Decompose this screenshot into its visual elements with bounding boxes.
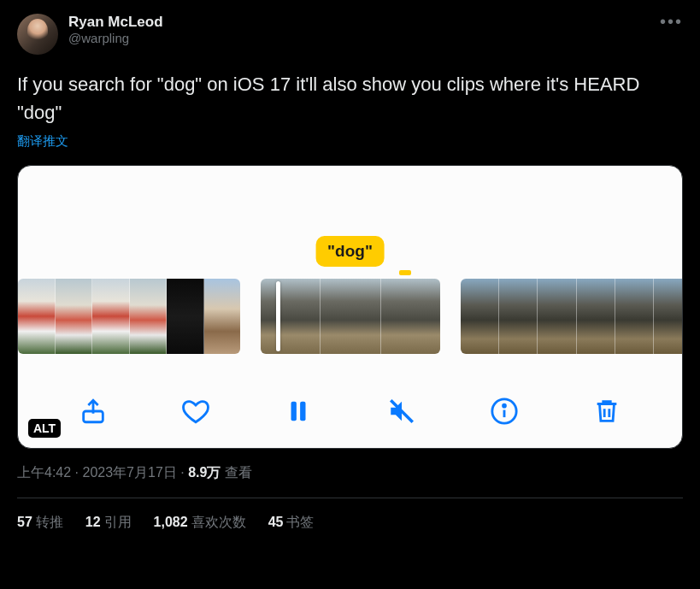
svg-point-6 [503, 404, 505, 407]
mute-icon[interactable] [387, 397, 416, 426]
clip-frame [461, 279, 499, 354]
user-handle[interactable]: @warpling [68, 31, 683, 45]
clip-frame [130, 279, 168, 354]
more-options-icon[interactable]: ••• [660, 12, 683, 32]
display-name[interactable]: Ryan McLeod [68, 14, 683, 31]
clip-frame [499, 279, 538, 354]
clip-frame [261, 279, 321, 354]
clip-group[interactable] [461, 279, 682, 354]
quotes-stat[interactable]: 12引用 [85, 514, 132, 532]
clip-frame [18, 279, 56, 354]
tweet-text: If you search for "dog" on iOS 17 it'll … [17, 70, 683, 127]
avatar[interactable] [17, 14, 58, 55]
translate-link[interactable]: 翻译推文 [17, 133, 68, 150]
clip-frame [321, 279, 380, 354]
clip-group-active[interactable] [261, 279, 440, 354]
media-toolbar [18, 374, 682, 448]
clip-frame [56, 279, 93, 354]
alt-badge[interactable]: ALT [28, 419, 61, 438]
user-info: Ryan McLeod @warpling [68, 14, 683, 45]
clip-frame [381, 279, 440, 354]
trash-icon[interactable] [592, 397, 621, 426]
search-term-label: "dog" [315, 236, 385, 267]
clip-frame [654, 279, 682, 354]
clip-frame [92, 279, 130, 354]
svg-rect-2 [301, 402, 306, 421]
media-attachment[interactable]: "dog" [17, 165, 683, 449]
playhead-indicator[interactable] [276, 281, 280, 351]
tweet-container: Ryan McLeod @warpling ••• If you search … [0, 0, 700, 532]
clip-frame [615, 279, 654, 354]
clip-frame [167, 279, 204, 354]
retweets-stat[interactable]: 57转推 [17, 514, 63, 532]
tweet-header: Ryan McLeod @warpling ••• [17, 14, 683, 55]
clip-frame [204, 279, 241, 354]
views-label: 查看 [221, 465, 251, 480]
label-tick [399, 270, 411, 275]
clip-group[interactable] [18, 279, 240, 354]
info-icon[interactable] [490, 397, 519, 426]
divider [17, 498, 683, 498]
video-clip-timeline [18, 279, 682, 354]
svg-rect-1 [291, 402, 297, 421]
pause-icon[interactable] [284, 397, 313, 426]
tweet-date[interactable]: 2023年7月17日 [82, 465, 176, 480]
clip-frame [538, 279, 576, 354]
likes-stat[interactable]: 1,082喜欢次数 [154, 514, 246, 532]
bookmarks-stat[interactable]: 45书签 [268, 514, 315, 532]
tweet-stats: 57转推 12引用 1,082喜欢次数 45书签 [17, 514, 683, 532]
tweet-meta: 上午4:42 · 2023年7月17日 · 8.9万 查看 [17, 464, 683, 482]
share-icon[interactable] [79, 397, 108, 426]
clip-frame [577, 279, 615, 354]
heart-icon[interactable] [181, 397, 210, 426]
views-count: 8.9万 [188, 465, 221, 480]
tweet-time[interactable]: 上午4:42 [17, 465, 71, 480]
